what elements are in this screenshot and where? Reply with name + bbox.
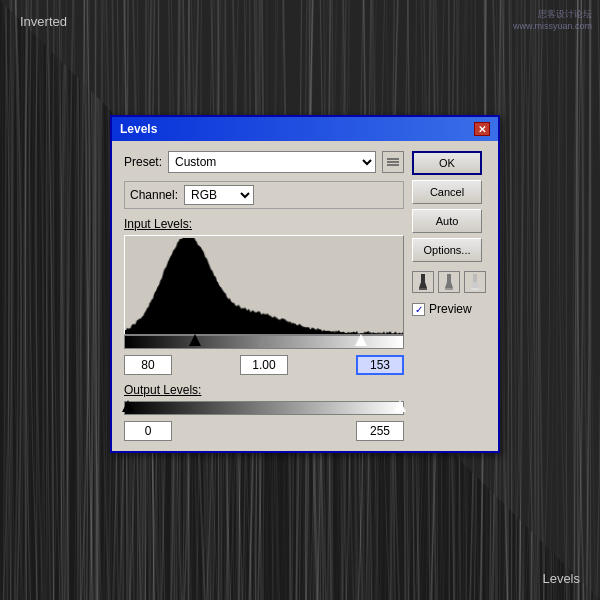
watermark: 思客设计论坛 www.missyuan.com [513,8,592,31]
eyedropper-row [412,271,486,293]
svg-rect-5 [445,288,453,290]
dialog-main: Preset: Custom Channel: RGB Red Green [124,151,404,441]
output-black-value[interactable] [124,421,172,441]
label-inverted: Inverted [20,14,67,29]
dialog-titlebar: Levels ✕ [112,117,498,141]
preset-label: Preset: [124,155,162,169]
output-white-value[interactable] [356,421,404,441]
svg-rect-0 [421,274,425,282]
input-slider-track[interactable] [124,335,404,349]
channel-label: Channel: [130,188,178,202]
svg-marker-7 [471,282,479,288]
ok-button[interactable]: OK [412,151,482,175]
options-button[interactable]: Options... [412,238,482,262]
white-eyedropper-button[interactable] [464,271,486,293]
output-levels-section: Output Levels: [124,383,404,441]
input-levels-section: Input Levels: [124,217,404,375]
svg-rect-2 [419,288,427,290]
black-output-slider[interactable] [122,400,134,412]
histogram [124,235,404,335]
black-input-slider[interactable] [189,334,201,346]
output-slider-track[interactable] [124,401,404,415]
preset-icon-button[interactable] [382,151,404,173]
output-values-row [124,421,404,441]
output-levels-label: Output Levels: [124,383,404,397]
svg-rect-3 [447,274,451,282]
input-mid-value[interactable] [240,355,288,375]
close-button[interactable]: ✕ [474,122,490,136]
channel-row: Channel: RGB Red Green Blue [124,181,404,209]
dialog-body: OK Cancel Auto Options... ✓ [112,141,498,451]
svg-marker-4 [445,282,453,288]
svg-rect-6 [473,274,477,282]
dialog-title: Levels [120,122,157,136]
input-white-value[interactable] [356,355,404,375]
input-values-row [124,355,404,375]
levels-dialog: Levels ✕ OK Cancel Auto Options... [110,115,500,453]
preset-row: Preset: Custom [124,151,404,173]
mid-input-slider[interactable] [258,334,270,346]
input-levels-label: Input Levels: [124,217,404,231]
auto-button[interactable]: Auto [412,209,482,233]
black-eyedropper-button[interactable] [412,271,434,293]
gray-eyedropper-button[interactable] [438,271,460,293]
svg-rect-8 [471,288,479,290]
white-output-slider[interactable] [394,400,406,412]
preview-checkbox[interactable]: ✓ [412,303,425,316]
svg-marker-1 [419,282,427,288]
input-black-value[interactable] [124,355,172,375]
button-column: OK Cancel Auto Options... ✓ [412,151,486,316]
channel-select[interactable]: RGB Red Green Blue [184,185,254,205]
preset-select[interactable]: Custom [168,151,376,173]
cancel-button[interactable]: Cancel [412,180,482,204]
preview-row: ✓ Preview [412,302,486,316]
white-input-slider[interactable] [355,334,367,346]
label-levels-bg: Levels [542,571,580,586]
preview-label: Preview [429,302,472,316]
